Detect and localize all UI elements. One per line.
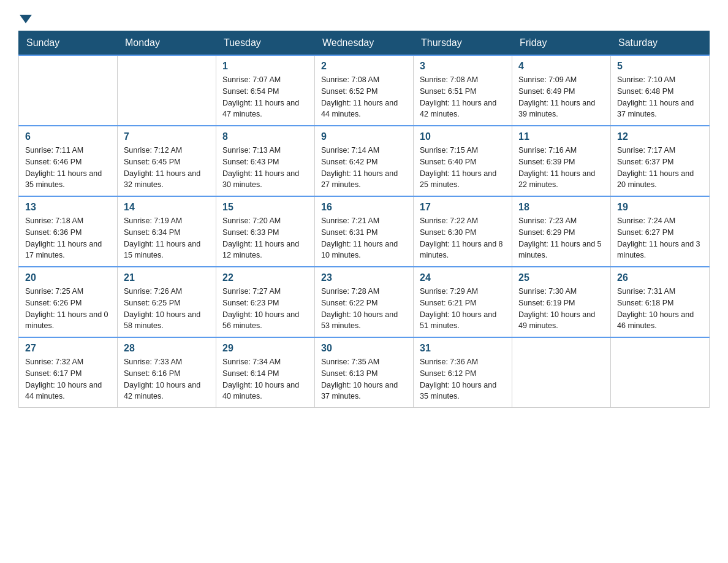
calendar-cell: 6Sunrise: 7:11 AM Sunset: 6:46 PM Daylig… xyxy=(19,126,118,196)
calendar-body: 1Sunrise: 7:07 AM Sunset: 6:54 PM Daylig… xyxy=(19,55,710,408)
day-info: Sunrise: 7:08 AM Sunset: 6:51 PM Dayligh… xyxy=(420,74,506,120)
day-header-friday: Friday xyxy=(512,31,611,56)
calendar-cell: 16Sunrise: 7:21 AM Sunset: 6:31 PM Dayli… xyxy=(315,196,414,267)
day-number: 14 xyxy=(124,202,210,213)
calendar-week-1: 1Sunrise: 7:07 AM Sunset: 6:54 PM Daylig… xyxy=(19,55,710,126)
day-info: Sunrise: 7:30 AM Sunset: 6:19 PM Dayligh… xyxy=(518,286,604,332)
day-header-tuesday: Tuesday xyxy=(216,31,315,56)
day-info: Sunrise: 7:31 AM Sunset: 6:18 PM Dayligh… xyxy=(617,286,703,332)
calendar-cell: 8Sunrise: 7:13 AM Sunset: 6:43 PM Daylig… xyxy=(216,126,315,196)
day-info: Sunrise: 7:10 AM Sunset: 6:48 PM Dayligh… xyxy=(617,74,703,120)
day-info: Sunrise: 7:35 AM Sunset: 6:13 PM Dayligh… xyxy=(321,356,407,402)
day-number: 7 xyxy=(124,131,210,142)
calendar-cell: 17Sunrise: 7:22 AM Sunset: 6:30 PM Dayli… xyxy=(414,196,512,267)
day-info: Sunrise: 7:28 AM Sunset: 6:22 PM Dayligh… xyxy=(321,286,407,332)
day-header-wednesday: Wednesday xyxy=(315,31,414,56)
day-number: 29 xyxy=(222,343,308,354)
day-number: 28 xyxy=(124,343,210,354)
day-number: 22 xyxy=(222,272,308,283)
day-number: 23 xyxy=(321,272,407,283)
day-header-saturday: Saturday xyxy=(611,31,710,56)
calendar-cell: 9Sunrise: 7:14 AM Sunset: 6:42 PM Daylig… xyxy=(315,126,414,196)
calendar-cell: 19Sunrise: 7:24 AM Sunset: 6:27 PM Dayli… xyxy=(611,196,710,267)
calendar-cell xyxy=(19,55,118,126)
day-number: 31 xyxy=(420,343,506,354)
day-number: 15 xyxy=(222,202,308,213)
day-info: Sunrise: 7:12 AM Sunset: 6:45 PM Dayligh… xyxy=(124,145,210,191)
day-info: Sunrise: 7:13 AM Sunset: 6:43 PM Dayligh… xyxy=(222,145,308,191)
calendar-header-row: SundayMondayTuesdayWednesdayThursdayFrid… xyxy=(19,31,710,56)
calendar-cell: 31Sunrise: 7:36 AM Sunset: 6:12 PM Dayli… xyxy=(414,337,512,408)
day-info: Sunrise: 7:19 AM Sunset: 6:34 PM Dayligh… xyxy=(124,215,210,261)
day-info: Sunrise: 7:20 AM Sunset: 6:33 PM Dayligh… xyxy=(222,215,308,261)
day-info: Sunrise: 7:22 AM Sunset: 6:30 PM Dayligh… xyxy=(420,215,506,261)
calendar-cell: 14Sunrise: 7:19 AM Sunset: 6:34 PM Dayli… xyxy=(118,196,216,267)
day-number: 25 xyxy=(518,272,604,283)
day-number: 9 xyxy=(321,131,407,142)
calendar-cell: 21Sunrise: 7:26 AM Sunset: 6:25 PM Dayli… xyxy=(118,267,216,337)
day-number: 30 xyxy=(321,343,407,354)
calendar-cell: 11Sunrise: 7:16 AM Sunset: 6:39 PM Dayli… xyxy=(512,126,611,196)
day-info: Sunrise: 7:29 AM Sunset: 6:21 PM Dayligh… xyxy=(420,286,506,332)
day-number: 21 xyxy=(124,272,210,283)
calendar-cell xyxy=(118,55,216,126)
calendar-week-3: 13Sunrise: 7:18 AM Sunset: 6:36 PM Dayli… xyxy=(19,196,710,267)
day-number: 4 xyxy=(518,61,604,72)
day-number: 10 xyxy=(420,131,506,142)
calendar-cell: 12Sunrise: 7:17 AM Sunset: 6:37 PM Dayli… xyxy=(611,126,710,196)
day-number: 19 xyxy=(617,202,703,213)
day-info: Sunrise: 7:23 AM Sunset: 6:29 PM Dayligh… xyxy=(518,215,604,261)
day-info: Sunrise: 7:26 AM Sunset: 6:25 PM Dayligh… xyxy=(124,286,210,332)
logo-arrow-icon xyxy=(20,15,32,23)
calendar-cell: 26Sunrise: 7:31 AM Sunset: 6:18 PM Dayli… xyxy=(611,267,710,337)
day-info: Sunrise: 7:11 AM Sunset: 6:46 PM Dayligh… xyxy=(25,145,111,191)
day-info: Sunrise: 7:27 AM Sunset: 6:23 PM Dayligh… xyxy=(222,286,308,332)
day-info: Sunrise: 7:34 AM Sunset: 6:14 PM Dayligh… xyxy=(222,356,308,402)
day-info: Sunrise: 7:07 AM Sunset: 6:54 PM Dayligh… xyxy=(222,74,308,120)
day-info: Sunrise: 7:21 AM Sunset: 6:31 PM Dayligh… xyxy=(321,215,407,261)
day-number: 1 xyxy=(222,61,308,72)
day-header-thursday: Thursday xyxy=(414,31,512,56)
day-info: Sunrise: 7:25 AM Sunset: 6:26 PM Dayligh… xyxy=(25,286,111,332)
calendar-cell: 30Sunrise: 7:35 AM Sunset: 6:13 PM Dayli… xyxy=(315,337,414,408)
day-info: Sunrise: 7:17 AM Sunset: 6:37 PM Dayligh… xyxy=(617,145,703,191)
calendar-cell: 13Sunrise: 7:18 AM Sunset: 6:36 PM Dayli… xyxy=(19,196,118,267)
calendar-week-4: 20Sunrise: 7:25 AM Sunset: 6:26 PM Dayli… xyxy=(19,267,710,337)
logo xyxy=(18,12,32,25)
day-number: 3 xyxy=(420,61,506,72)
day-info: Sunrise: 7:15 AM Sunset: 6:40 PM Dayligh… xyxy=(420,145,506,191)
day-number: 12 xyxy=(617,131,703,142)
day-number: 26 xyxy=(617,272,703,283)
day-number: 17 xyxy=(420,202,506,213)
calendar-cell xyxy=(611,337,710,408)
day-info: Sunrise: 7:18 AM Sunset: 6:36 PM Dayligh… xyxy=(25,215,111,261)
calendar-cell xyxy=(512,337,611,408)
calendar-cell: 28Sunrise: 7:33 AM Sunset: 6:16 PM Dayli… xyxy=(118,337,216,408)
calendar-week-5: 27Sunrise: 7:32 AM Sunset: 6:17 PM Dayli… xyxy=(19,337,710,408)
day-number: 20 xyxy=(25,272,111,283)
calendar-cell: 7Sunrise: 7:12 AM Sunset: 6:45 PM Daylig… xyxy=(118,126,216,196)
day-number: 5 xyxy=(617,61,703,72)
calendar-week-2: 6Sunrise: 7:11 AM Sunset: 6:46 PM Daylig… xyxy=(19,126,710,196)
calendar-cell: 20Sunrise: 7:25 AM Sunset: 6:26 PM Dayli… xyxy=(19,267,118,337)
day-number: 16 xyxy=(321,202,407,213)
day-header-sunday: Sunday xyxy=(19,31,118,56)
day-info: Sunrise: 7:08 AM Sunset: 6:52 PM Dayligh… xyxy=(321,74,407,120)
calendar-cell: 23Sunrise: 7:28 AM Sunset: 6:22 PM Dayli… xyxy=(315,267,414,337)
day-info: Sunrise: 7:36 AM Sunset: 6:12 PM Dayligh… xyxy=(420,356,506,402)
calendar-cell: 29Sunrise: 7:34 AM Sunset: 6:14 PM Dayli… xyxy=(216,337,315,408)
day-number: 27 xyxy=(25,343,111,354)
calendar-cell: 15Sunrise: 7:20 AM Sunset: 6:33 PM Dayli… xyxy=(216,196,315,267)
calendar-cell: 5Sunrise: 7:10 AM Sunset: 6:48 PM Daylig… xyxy=(611,55,710,126)
day-number: 8 xyxy=(222,131,308,142)
day-number: 6 xyxy=(25,131,111,142)
page-header xyxy=(18,12,710,25)
calendar-table: SundayMondayTuesdayWednesdayThursdayFrid… xyxy=(18,31,710,408)
day-info: Sunrise: 7:24 AM Sunset: 6:27 PM Dayligh… xyxy=(617,215,703,261)
day-info: Sunrise: 7:09 AM Sunset: 6:49 PM Dayligh… xyxy=(518,74,604,120)
day-number: 18 xyxy=(518,202,604,213)
calendar-cell: 4Sunrise: 7:09 AM Sunset: 6:49 PM Daylig… xyxy=(512,55,611,126)
calendar-cell: 10Sunrise: 7:15 AM Sunset: 6:40 PM Dayli… xyxy=(414,126,512,196)
day-info: Sunrise: 7:33 AM Sunset: 6:16 PM Dayligh… xyxy=(124,356,210,402)
calendar-cell: 27Sunrise: 7:32 AM Sunset: 6:17 PM Dayli… xyxy=(19,337,118,408)
